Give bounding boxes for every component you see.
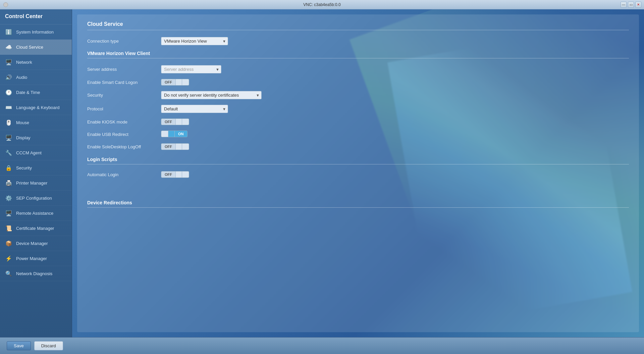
- sidebar-label-remote-assistance: Remote Assistance: [16, 211, 53, 216]
- cloud-service-icon: ☁️: [4, 42, 13, 52]
- maximize-button[interactable]: ▭: [628, 2, 634, 8]
- sidebar-item-printer-manager[interactable]: 🖨️Printer Manager: [0, 175, 72, 191]
- vmware-subsection-title: VMware Horizon View Client: [87, 51, 629, 56]
- mouse-icon: 🖱️: [4, 118, 13, 127]
- auto-login-off-label: OFF: [161, 171, 175, 178]
- security-select[interactable]: Do not verify server identity certificat…: [161, 91, 262, 99]
- sidebar-item-date-time[interactable]: 🕐Date & Time: [0, 85, 72, 100]
- sidebar-label-cloud-service: Cloud Service: [16, 45, 43, 50]
- auto-login-slider: [175, 171, 182, 178]
- usb-redirect-label: Enable USB Redirect: [87, 132, 161, 137]
- display-icon: 🖥️: [4, 133, 13, 142]
- protocol-select-wrapper: DefaultBlastPCoIPRDP ▼: [161, 105, 228, 113]
- device-manager-icon: 📦: [4, 239, 13, 248]
- server-address-label: Server address: [87, 67, 161, 72]
- sidebar-item-system-information[interactable]: ℹ️System Information: [0, 24, 72, 40]
- date-time-icon: 🕐: [4, 88, 13, 97]
- smart-card-label: Enable Smart Card Logon: [87, 80, 161, 85]
- sidebar-item-network[interactable]: 🖥️Network: [0, 55, 72, 70]
- discard-button[interactable]: Discard: [34, 341, 63, 350]
- sidebar-item-power-manager[interactable]: ⚡Power Manager: [0, 251, 72, 266]
- kiosk-control: OFF: [161, 118, 262, 125]
- usb-slider: [168, 131, 175, 137]
- kiosk-label: Enable KIOSK mode: [87, 119, 161, 124]
- protocol-control: DefaultBlastPCoIPRDP ▼: [161, 105, 262, 113]
- titlebar-controls: — ▭ ✕: [621, 2, 641, 8]
- login-divider: [87, 164, 629, 164]
- sidebar-item-audio[interactable]: 🔊Audio: [0, 70, 72, 85]
- save-button[interactable]: Save: [7, 341, 31, 350]
- kiosk-slider: [175, 119, 182, 125]
- device-subsection-title: Device Redirections: [87, 200, 629, 205]
- sidebar-item-security[interactable]: 🔒Security: [0, 160, 72, 175]
- sidebar-item-cloud-service[interactable]: ☁️Cloud Service: [0, 40, 72, 55]
- minimize-button[interactable]: —: [621, 2, 627, 8]
- auto-login-row: Automatic Login OFF: [87, 171, 629, 178]
- smart-card-row: Enable Smart Card Logon OFF: [87, 79, 629, 86]
- cccm-agent-icon: 🔧: [4, 148, 13, 157]
- system-information-icon: ℹ️: [4, 27, 13, 37]
- sidebar-label-audio: Audio: [16, 75, 27, 80]
- vmware-divider: [87, 58, 629, 58]
- close-button[interactable]: ✕: [635, 2, 641, 8]
- connection-type-label: Connection type: [87, 39, 161, 44]
- kiosk-toggle[interactable]: OFF: [161, 118, 189, 125]
- smart-card-on-label: [182, 79, 189, 85]
- connection-type-row: Connection type VMware Horizon ViewCitri…: [87, 37, 629, 45]
- bottom-bar: Save Discard: [0, 337, 644, 354]
- sidebar-item-network-diagnosis[interactable]: 🔍Network Diagnosis: [0, 266, 72, 281]
- audio-icon: 🔊: [4, 72, 13, 82]
- sidebar-item-sep-configuration[interactable]: ⚙️SEP Configuration: [0, 191, 72, 206]
- protocol-select[interactable]: DefaultBlastPCoIPRDP: [161, 105, 228, 113]
- sidebar-item-remote-assistance[interactable]: 🖥️Remote Assistance: [0, 206, 72, 221]
- sidebar-item-cccm-agent[interactable]: 🔧CCCM Agent: [0, 145, 72, 160]
- sidebar-label-cccm-agent: CCCM Agent: [16, 150, 42, 155]
- sidebar-item-device-manager[interactable]: 📦Device Manager: [0, 236, 72, 251]
- security-label: Security: [87, 93, 161, 98]
- sidebar-label-network: Network: [16, 60, 32, 65]
- auto-login-toggle[interactable]: OFF: [161, 171, 189, 178]
- security-row: Security Do not verify server identity c…: [87, 91, 629, 99]
- network-diagnosis-icon: 🔍: [4, 269, 13, 278]
- sep-configuration-icon: ⚙️: [4, 193, 13, 203]
- sidebar-item-certificate-manager[interactable]: 📜Certificate Manager: [0, 221, 72, 236]
- sidebar-label-network-diagnosis: Network Diagnosis: [16, 271, 52, 276]
- soledesktop-on-label: [182, 144, 189, 150]
- server-address-select[interactable]: Server address: [161, 65, 221, 73]
- sidebar-item-mouse[interactable]: 🖱️Mouse: [0, 115, 72, 130]
- security-icon: 🔒: [4, 163, 13, 172]
- kiosk-on-label: [182, 119, 189, 125]
- sidebar-item-language-keyboard[interactable]: ⌨️Language & Keyboard: [0, 100, 72, 115]
- soledesktop-toggle[interactable]: OFF: [161, 143, 189, 150]
- connection-type-select-wrapper: VMware Horizon ViewCitrixRDPNone ▼: [161, 37, 228, 45]
- sidebar-items-container: ℹ️System Information☁️Cloud Service🖥️Net…: [0, 24, 72, 281]
- usb-redirect-toggle[interactable]: ON: [161, 131, 187, 137]
- sidebar: Control Center ℹ️System Information☁️Clo…: [0, 9, 72, 337]
- sidebar-item-display[interactable]: 🖥️Display: [0, 130, 72, 145]
- soledesktop-control: OFF: [161, 143, 262, 150]
- login-subsection-title: Login Scripts: [87, 157, 629, 162]
- smart-card-off-label: OFF: [161, 79, 175, 85]
- titlebar: VNC: c3ab4ea5b:0.0 — ▭ ✕: [0, 0, 644, 9]
- soledesktop-row: Enable SoleDesktop LogOff OFF: [87, 143, 629, 150]
- kiosk-off-label: OFF: [161, 119, 175, 125]
- spacer: [87, 183, 629, 197]
- server-address-control: Server address ▼: [161, 65, 262, 73]
- sidebar-label-certificate-manager: Certificate Manager: [16, 226, 54, 231]
- usb-off-label: [161, 131, 168, 137]
- server-address-select-wrapper: Server address ▼: [161, 65, 221, 73]
- smart-card-toggle[interactable]: OFF: [161, 79, 189, 86]
- smart-card-control: OFF: [161, 79, 262, 86]
- sidebar-label-security: Security: [16, 165, 32, 170]
- usb-on-label: ON: [175, 131, 187, 137]
- language-keyboard-icon: ⌨️: [4, 103, 13, 112]
- network-icon: 🖥️: [4, 57, 13, 67]
- page-title: Cloud Service: [87, 21, 629, 27]
- printer-manager-icon: 🖨️: [4, 178, 13, 188]
- connection-type-select[interactable]: VMware Horizon ViewCitrixRDPNone: [161, 37, 228, 45]
- sidebar-label-printer-manager: Printer Manager: [16, 181, 47, 186]
- soledesktop-label: Enable SoleDesktop LogOff: [87, 144, 161, 149]
- sidebar-label-date-time: Date & Time: [16, 90, 40, 95]
- auto-login-label: Automatic Login: [87, 172, 161, 177]
- sidebar-label-language-keyboard: Language & Keyboard: [16, 105, 59, 110]
